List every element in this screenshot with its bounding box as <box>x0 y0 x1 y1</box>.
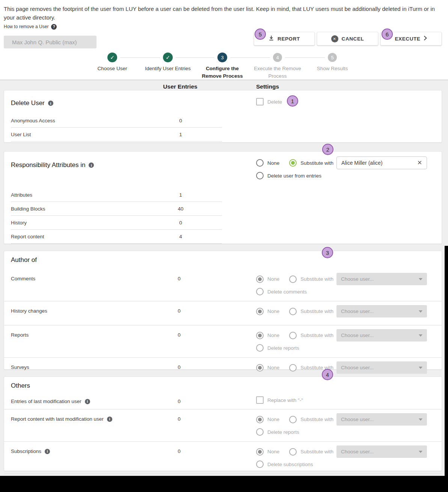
none-radio <box>256 275 264 283</box>
info-icon[interactable]: i <box>45 449 50 454</box>
section-title: Others <box>11 382 442 390</box>
section-responsibility-attributes: Responsibility Attributes in i None Subs… <box>4 151 442 244</box>
stepper-connector <box>230 57 270 58</box>
table-row: Subscriptions i 0 None Substitute with C… <box>4 441 442 474</box>
annotation-badge-5: 5 <box>255 29 266 40</box>
delete-user-from-entries-radio[interactable] <box>256 172 264 179</box>
none-radio <box>256 416 264 423</box>
replace-with-dash-checkbox <box>256 396 264 404</box>
cancel-x-icon: ✕ <box>331 35 338 42</box>
substitute-with-radio <box>289 448 297 456</box>
choose-user-dropdown: Choose user... <box>336 305 427 317</box>
info-icon[interactable]: i <box>48 101 53 106</box>
config-content: User Entries Settings Delete User i Dele… <box>0 80 448 476</box>
annotation-badge-4: 4 <box>322 369 333 380</box>
step-3-label: Configure the Remove Process <box>198 65 247 80</box>
info-icon[interactable]: i <box>89 162 94 168</box>
question-mark-icon[interactable]: ? <box>51 24 57 30</box>
column-header-settings: Settings <box>256 83 279 90</box>
page-header: This page removes the footprint of the u… <box>4 5 439 30</box>
table-row: Reports 0 None Substitute with Choose us… <box>4 325 442 357</box>
section-title: Author of <box>11 256 442 264</box>
wizard-stepper: ✓ ✓ 3 4 5 Choose User Identify User Entr… <box>0 53 448 79</box>
chevron-right-icon <box>424 36 427 42</box>
caret-down-icon <box>419 310 422 313</box>
choose-user-dropdown: Choose user... <box>336 361 427 374</box>
caret-down-icon <box>419 418 422 421</box>
download-icon <box>268 35 274 42</box>
choose-user-dropdown: Choose user... <box>336 273 427 285</box>
delete-comments-radio <box>256 288 264 295</box>
delete-user-checkbox-label: Delete <box>267 99 282 105</box>
step-2-check-icon[interactable]: ✓ <box>163 53 173 62</box>
info-icon[interactable]: i <box>85 399 90 404</box>
substitute-with-radio <box>289 416 297 423</box>
report-button-label: REPORT <box>278 36 300 42</box>
table-row: Building Blocks 40 <box>11 202 222 216</box>
annotation-badge-3: 3 <box>322 247 333 258</box>
execute-button-label: EXECUTE <box>395 36 421 42</box>
table-row: Report content 4 <box>11 230 222 244</box>
cancel-button[interactable]: ✕ CANCEL <box>317 32 378 45</box>
table-row: History changes 0 None Substitute with C… <box>4 301 442 325</box>
step-5-circle[interactable]: 5 <box>328 53 337 62</box>
stepper-connector <box>176 57 214 58</box>
table-row: Entries of last modification user i 0 Re… <box>4 394 442 409</box>
section-others: Others Entries of last modification user… <box>4 376 442 471</box>
none-radio <box>256 308 264 315</box>
substitute-user-input[interactable]: Alice Miller (alice) ✕ <box>336 156 427 169</box>
step-4-label: Execute the Remove Process <box>253 65 302 80</box>
annotation-badge-2: 2 <box>322 144 333 155</box>
step-3-circle[interactable]: 3 <box>217 53 227 62</box>
section-title: Responsibility Attributes in i <box>11 161 94 169</box>
caret-down-icon <box>419 451 422 453</box>
delete-reports-radio <box>256 428 264 436</box>
delete-subscriptions-radio <box>256 460 264 468</box>
cancel-button-label: CANCEL <box>342 36 364 42</box>
black-bottom-bar <box>0 476 448 492</box>
table-row: Anonymous Access 0 <box>11 114 222 128</box>
none-radio <box>256 332 264 339</box>
annotation-badge-6: 6 <box>382 29 393 40</box>
choose-user-dropdown: Choose user... <box>336 445 427 458</box>
clear-x-icon[interactable]: ✕ <box>417 160 422 166</box>
table-row: Attributes 1 <box>11 188 222 202</box>
none-radio <box>256 448 264 456</box>
selected-user-field: Max John Q. Public (max) <box>4 36 97 48</box>
step-2-label: Identify User Entries <box>132 65 204 72</box>
table-row: User List 1 <box>11 128 222 141</box>
black-edge-strip <box>445 246 448 492</box>
delete-reports-radio <box>256 344 264 352</box>
stepper-connector <box>120 57 160 58</box>
column-header-user-entries: User Entries <box>150 83 210 90</box>
stepper-connector <box>285 57 325 58</box>
caret-down-icon <box>419 334 422 337</box>
substitute-with-radio <box>289 308 297 315</box>
table-row: Comments 0 None Substitute with Choose u… <box>4 269 442 301</box>
none-radio <box>256 364 264 372</box>
annotation-badge-1: 1 <box>287 95 298 107</box>
delete-user-checkbox <box>256 98 264 105</box>
info-icon[interactable]: i <box>107 417 112 422</box>
step-5-label: Show Results <box>302 65 362 72</box>
substitute-with-radio[interactable] <box>289 159 297 167</box>
step-4-circle[interactable]: 4 <box>273 53 282 62</box>
table-row: Report content with last modification us… <box>4 409 442 441</box>
choose-user-dropdown: Choose user... <box>336 413 427 426</box>
caret-down-icon <box>419 278 422 280</box>
choose-user-dropdown: Choose user... <box>336 329 427 342</box>
help-link[interactable]: How to remove a User <box>4 24 48 29</box>
substitute-with-radio <box>289 364 297 372</box>
remove-user-page: This page removes the footprint of the u… <box>0 0 448 492</box>
table-row: History 0 <box>11 216 222 230</box>
substitute-with-radio <box>289 275 297 283</box>
section-title: Delete User i <box>11 99 53 107</box>
step-1-check-icon[interactable]: ✓ <box>107 53 117 62</box>
none-radio[interactable] <box>256 159 264 167</box>
section-author-of: Author of Comments 0 None Substitute wit… <box>4 251 442 370</box>
intro-text: This page removes the footprint of the u… <box>4 5 439 22</box>
caret-down-icon <box>419 367 422 369</box>
substitute-with-radio <box>289 332 297 339</box>
section-delete-user: Delete User i Delete Anonymous Access 0 … <box>4 90 442 143</box>
